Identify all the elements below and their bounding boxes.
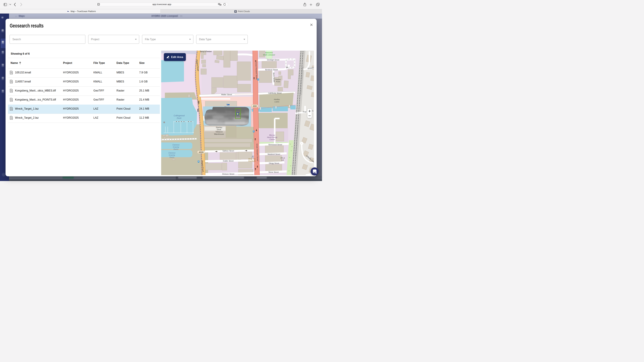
svg-text:Centre: Centre xyxy=(269,138,275,140)
svg-text:🎵: 🎵 xyxy=(252,156,254,158)
svg-text:Denbigh Street: Denbigh Street xyxy=(267,59,279,61)
svg-text:Hartley: Hartley xyxy=(274,98,280,100)
svg-text:Maddrell Street: Maddrell Street xyxy=(268,153,280,155)
svg-text:Mersey: Mersey xyxy=(269,134,276,136)
svg-text:Dock: Dock xyxy=(217,129,221,131)
svg-text:文: 文 xyxy=(220,4,221,5)
svg-text:Terry'sTimber: Terry'sTimber xyxy=(200,51,212,52)
svg-text:Graving: Graving xyxy=(173,146,179,148)
svg-text:Dumbulls: Dumbulls xyxy=(248,160,256,162)
svg-text:Point: Point xyxy=(276,81,280,83)
svg-text:Sherwood Street: Sherwood Street xyxy=(268,144,282,146)
svg-text:Dock: Dock xyxy=(177,117,182,119)
svg-text:Tobacco: Tobacco xyxy=(215,131,222,133)
svg-text:Awesome: Awesome xyxy=(265,52,273,54)
svg-text:Ltd: Ltd xyxy=(281,159,284,161)
svg-text:Bentinck Street: Bentinck Street xyxy=(265,69,278,71)
svg-text:Walls Liverpool: Walls Liverpool xyxy=(263,54,275,56)
svg-text:Docks: Docks xyxy=(170,156,174,158)
svg-text:›: › xyxy=(262,108,262,109)
svg-text:A565: A565 xyxy=(253,105,257,107)
svg-text:›: › xyxy=(291,105,291,107)
svg-text:PFL3: PFL3 xyxy=(280,157,285,159)
svg-text:Lightbody Street: Lightbody Street xyxy=(268,92,282,94)
svg-text:Napier: Napier xyxy=(275,78,281,80)
svg-text:Dickson Street: Dickson Street xyxy=(222,173,234,175)
svg-text:›: › xyxy=(277,106,278,108)
svg-text:Heat Energy: Heat Energy xyxy=(267,136,278,138)
svg-text:Walter Street: Walter Street xyxy=(221,93,232,95)
svg-text:Dublin Street: Dublin Street xyxy=(223,160,234,162)
svg-text:Graving: Graving xyxy=(169,154,175,156)
svg-text:D: D xyxy=(235,10,236,12)
svg-text:A: A xyxy=(218,3,220,5)
svg-text:Stanley: Stanley xyxy=(216,126,222,128)
svg-text:Fran: Fran xyxy=(303,111,307,113)
svg-text:Drop The: Drop The xyxy=(248,158,256,160)
svg-text:Saltney Street: Saltney Street xyxy=(222,150,234,152)
svg-text:Warehouse: Warehouse xyxy=(214,133,224,135)
svg-text:Glegg Street: Glegg Street xyxy=(269,162,279,164)
svg-text:A5036: A5036 xyxy=(198,151,204,153)
svg-text:Stone Street: Stone Street xyxy=(268,171,278,173)
svg-text:Collingwood: Collingwood xyxy=(174,114,185,117)
svg-text:Locks: Locks xyxy=(274,101,279,103)
svg-text:Docks: Docks xyxy=(174,148,178,150)
svg-text:Clarence: Clarence xyxy=(172,144,180,146)
svg-text:Clarence: Clarence xyxy=(168,152,176,154)
